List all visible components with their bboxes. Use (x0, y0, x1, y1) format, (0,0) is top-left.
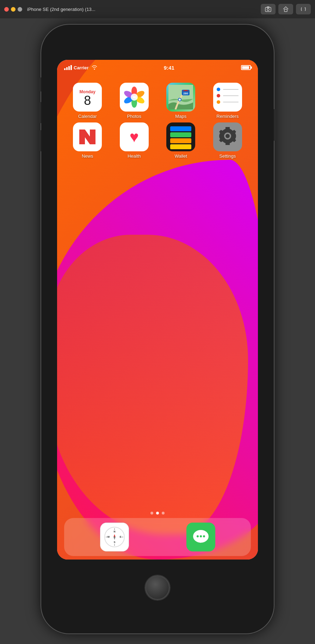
traffic-lights (4, 7, 22, 12)
status-left: Carrier (64, 65, 97, 71)
settings-label: Settings (219, 153, 236, 159)
app-reminders[interactable]: Reminders (208, 83, 247, 119)
wallet-cards (170, 125, 191, 149)
svg-text:W: W (107, 536, 110, 538)
svg-rect-3 (284, 9, 287, 12)
news-svg (75, 125, 100, 149)
svg-point-35 (197, 535, 199, 537)
reminder-dash-1 (223, 89, 239, 90)
status-time: 9:41 (164, 65, 174, 71)
svg-point-37 (203, 535, 205, 537)
svg-text:S: S (113, 541, 115, 543)
health-icon: ♥ (120, 122, 149, 151)
phone-screen: Carrier 9:41 (57, 60, 258, 560)
maps-label: Maps (175, 114, 186, 119)
maps-icon: 280 (166, 83, 195, 112)
svg-text:N: N (113, 530, 115, 533)
photos-flower-svg (122, 85, 146, 109)
reminders-icon (213, 83, 242, 112)
app-row-1: Monday 8 Calendar (64, 83, 251, 119)
wallet-card-2 (170, 132, 191, 137)
signal-bars (64, 65, 72, 70)
page-dot-1[interactable] (150, 512, 153, 514)
page-dot-3[interactable] (162, 512, 165, 514)
mute-button[interactable] (39, 77, 41, 91)
dock: N S E W (64, 518, 251, 556)
wallet-card-4 (170, 144, 191, 149)
svg-text:E: E (119, 536, 121, 538)
app-photos[interactable]: Photos (115, 83, 154, 119)
volume-up-button[interactable] (39, 102, 41, 123)
rotate-button[interactable] (296, 4, 311, 14)
health-heart-icon: ♥ (130, 128, 139, 146)
calendar-icon: Monday 8 (73, 83, 102, 112)
close-button[interactable] (4, 7, 9, 12)
home-toolbar-button[interactable] (278, 4, 293, 14)
svg-point-1 (267, 8, 269, 11)
maximize-button[interactable] (18, 7, 22, 12)
dock-messages[interactable] (186, 523, 215, 551)
messages-dock-icon (186, 523, 215, 551)
reminder-dot-2 (217, 94, 220, 97)
svg-point-18 (226, 134, 230, 138)
status-right (241, 65, 251, 70)
wallet-icon (166, 122, 195, 151)
settings-gear-svg (216, 126, 239, 148)
maps-svg: 280 (168, 85, 193, 109)
safari-svg: N S E W (102, 525, 127, 549)
home-button[interactable] (145, 575, 170, 600)
signal-bar-2 (66, 67, 68, 70)
signal-bar-4 (70, 65, 72, 70)
reminder-dash-3 (223, 102, 239, 102)
app-row-2: News ♥ Health (64, 122, 251, 159)
app-grid: Monday 8 Calendar (57, 79, 258, 166)
phone-shell: Carrier 9:41 (41, 25, 274, 633)
screenshot-button[interactable] (261, 4, 276, 14)
volume-down-button[interactable] (39, 130, 41, 151)
messages-svg (189, 525, 213, 549)
wifi-icon (92, 65, 97, 71)
news-icon (73, 122, 102, 151)
page-dots (57, 512, 258, 514)
title-bar: iPhone SE (2nd generation) (13... (0, 0, 315, 18)
reminder-dot-1 (217, 88, 220, 91)
battery-fill (242, 66, 249, 69)
news-label: News (82, 153, 93, 159)
wallet-card-3 (170, 138, 191, 143)
dock-safari[interactable]: N S E W (100, 523, 129, 551)
svg-rect-0 (265, 7, 271, 12)
photos-label: Photos (127, 114, 141, 119)
reminders-label: Reminders (216, 114, 239, 119)
svg-point-10 (131, 94, 138, 101)
app-calendar[interactable]: Monday 8 Calendar (68, 83, 107, 119)
safari-dock-icon: N S E W (100, 523, 129, 551)
signal-bar-1 (64, 68, 66, 70)
settings-icon (213, 122, 242, 151)
power-button[interactable] (274, 109, 276, 141)
wallet-label: Wallet (174, 153, 187, 159)
minimize-button[interactable] (11, 7, 16, 12)
svg-point-36 (200, 535, 202, 537)
app-settings[interactable]: Settings (208, 122, 247, 159)
wallet-card-1 (170, 126, 191, 131)
svg-text:280: 280 (184, 92, 189, 95)
toolbar-buttons (261, 4, 311, 14)
svg-point-15 (179, 99, 181, 101)
app-news[interactable]: News (68, 122, 107, 159)
reminder-line-1 (217, 88, 239, 91)
reminder-dash-2 (223, 95, 239, 96)
page-dot-2[interactable] (156, 512, 159, 514)
status-bar: Carrier 9:41 (57, 60, 258, 75)
reminder-dot-3 (217, 100, 220, 104)
photos-icon (120, 83, 149, 112)
health-label: Health (128, 153, 141, 159)
carrier-label: Carrier (74, 65, 89, 70)
window-title: iPhone SE (2nd generation) (13... (27, 7, 258, 12)
calendar-date: 8 (84, 94, 91, 107)
app-maps[interactable]: 280 Maps (161, 83, 200, 119)
home-button-area (41, 560, 274, 616)
app-wallet[interactable]: Wallet (161, 122, 200, 159)
app-health[interactable]: ♥ Health (115, 122, 154, 159)
reminder-line-3 (217, 100, 239, 104)
battery-indicator (241, 65, 251, 70)
